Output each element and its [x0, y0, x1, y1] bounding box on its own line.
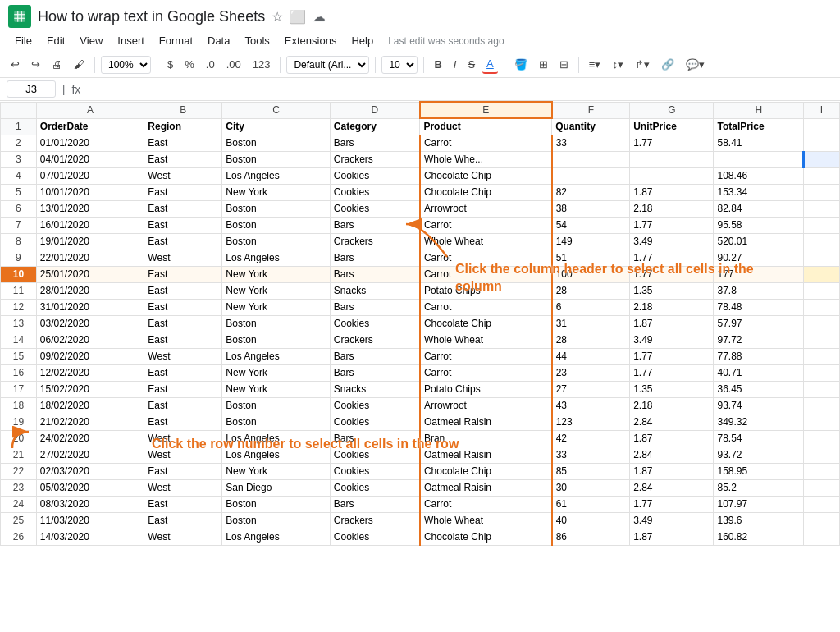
cell-r14-c1[interactable]: 06/02/2020 — [36, 332, 144, 348]
cell-r26-c5[interactable]: Chocolate Chip — [420, 529, 552, 545]
row-number-11[interactable]: 11 — [1, 282, 37, 299]
col-header-b[interactable]: B — [144, 102, 222, 118]
cell-r19-c7[interactable]: 2.84 — [630, 414, 714, 430]
cell-r10-c4[interactable]: Bars — [330, 266, 420, 282]
cell-r20-col-i[interactable] — [804, 430, 840, 447]
cell-r18-c2[interactable]: East — [144, 397, 222, 414]
row-number-2[interactable]: 2 — [1, 135, 37, 151]
cell-r23-c2[interactable]: West — [144, 479, 222, 496]
cell-r22-c6[interactable]: 85 — [552, 463, 630, 479]
cell-r3-c8[interactable] — [714, 151, 804, 167]
cell-r13-c7[interactable]: 1.87 — [630, 315, 714, 332]
cell-r7-col-i[interactable] — [804, 217, 840, 233]
cell-r25-c5[interactable]: Whole Wheat — [420, 512, 552, 529]
cell-r15-col-i[interactable] — [804, 348, 840, 364]
row-number-16[interactable]: 16 — [1, 364, 37, 381]
cell-r16-c6[interactable]: 23 — [552, 364, 630, 381]
cell-r13-c5[interactable]: Chocolate Chip — [420, 315, 552, 332]
cell-r25-c3[interactable]: Boston — [222, 512, 331, 529]
paint-format-button[interactable]: 🖌 — [70, 56, 89, 73]
cell-r24-c6[interactable]: 61 — [552, 496, 630, 512]
cell-r26-c7[interactable]: 1.87 — [630, 529, 714, 545]
cell-r23-col-i[interactable] — [804, 479, 840, 496]
cell-r2-c6[interactable]: 33 — [552, 135, 630, 151]
cell-r12-c4[interactable]: Bars — [330, 299, 420, 315]
cell-r9-c1[interactable]: 22/01/2020 — [36, 250, 144, 266]
row-number-9[interactable]: 9 — [1, 250, 37, 266]
cell-r6-c4[interactable]: Cookies — [330, 200, 420, 217]
row-number-17[interactable]: 17 — [1, 381, 37, 397]
cell-r25-col-i[interactable] — [804, 512, 840, 529]
cell-r24-c2[interactable]: East — [144, 496, 222, 512]
text-rotate-button[interactable]: ↱▾ — [631, 56, 654, 73]
fill-color-button[interactable]: 🪣 — [510, 56, 532, 73]
cell-r23-c7[interactable]: 2.84 — [630, 479, 714, 496]
cell-r12-c6[interactable]: 6 — [552, 299, 630, 315]
cell-r10-c3[interactable]: New York — [222, 266, 331, 282]
cell-r12-col-i[interactable] — [804, 299, 840, 315]
menu-view[interactable]: View — [73, 31, 109, 50]
row-number-12[interactable]: 12 — [1, 299, 37, 315]
percent-button[interactable]: % — [180, 56, 199, 73]
cell-r16-c4[interactable]: Bars — [330, 364, 420, 381]
menu-file[interactable]: File — [8, 31, 39, 50]
cell-r16-c2[interactable]: East — [144, 364, 222, 381]
cell-r19-c6[interactable]: 123 — [552, 414, 630, 430]
cell-r4-c7[interactable] — [630, 167, 714, 184]
cell-r4-c2[interactable]: West — [144, 167, 222, 184]
cell-r22-c3[interactable]: New York — [222, 463, 331, 479]
cell-r17-c6[interactable]: 27 — [552, 381, 630, 397]
row-number-4[interactable]: 4 — [1, 167, 37, 184]
cell-r25-c8[interactable]: 139.6 — [714, 512, 804, 529]
col-header-h[interactable]: H — [714, 102, 804, 118]
cell-r23-c5[interactable]: Oatmeal Raisin — [420, 479, 552, 496]
cell-r18-c6[interactable]: 43 — [552, 397, 630, 414]
cell-r17-c8[interactable]: 36.45 — [714, 381, 804, 397]
cell-r4-c1[interactable]: 07/01/2020 — [36, 167, 144, 184]
cell-r17-c4[interactable]: Snacks — [330, 381, 420, 397]
cell-r13-c3[interactable]: Boston — [222, 315, 331, 332]
cell-r5-c8[interactable]: 153.34 — [714, 184, 804, 200]
cell-r5-c5[interactable]: Chocolate Chip — [420, 184, 552, 200]
cell-r13-c2[interactable]: East — [144, 315, 222, 332]
cell-r13-c6[interactable]: 31 — [552, 315, 630, 332]
cell-r18-c7[interactable]: 2.18 — [630, 397, 714, 414]
cell-r2-c3[interactable]: Boston — [222, 135, 331, 151]
comment-button[interactable]: 💬▾ — [682, 56, 709, 73]
menu-help[interactable]: Help — [345, 31, 380, 50]
redo-button[interactable]: ↪ — [27, 56, 44, 73]
cell-r21-c8[interactable]: 93.72 — [714, 447, 804, 463]
row-number-8[interactable]: 8 — [1, 233, 37, 250]
cell-r7-c1[interactable]: 16/01/2020 — [36, 217, 144, 233]
row-number-3[interactable]: 3 — [1, 151, 37, 167]
cell-r8-c7[interactable]: 3.49 — [630, 233, 714, 250]
cell-r24-c7[interactable]: 1.77 — [630, 496, 714, 512]
cell-r5-c2[interactable]: East — [144, 184, 222, 200]
cell-r18-c8[interactable]: 93.74 — [714, 397, 804, 414]
cell-r14-c4[interactable]: Crackers — [330, 332, 420, 348]
zoom-select[interactable]: 100% — [101, 56, 151, 74]
cell-r3-c6[interactable] — [552, 151, 630, 167]
cell-r8-c2[interactable]: East — [144, 233, 222, 250]
cell-r14-c2[interactable]: East — [144, 332, 222, 348]
cell-r17-c2[interactable]: East — [144, 381, 222, 397]
cell-r24-c1[interactable]: 08/03/2020 — [36, 496, 144, 512]
cell-r20-c7[interactable]: 1.87 — [630, 430, 714, 447]
cell-r21-c7[interactable]: 2.84 — [630, 447, 714, 463]
cell-r19-c4[interactable]: Cookies — [330, 414, 420, 430]
cell-r12-c7[interactable]: 2.18 — [630, 299, 714, 315]
row-number-5[interactable]: 5 — [1, 184, 37, 200]
undo-button[interactable]: ↩ — [7, 56, 24, 73]
cell-r3-col-i[interactable] — [804, 151, 840, 167]
cell-r7-c2[interactable]: East — [144, 217, 222, 233]
font-size-select[interactable]: 10 — [381, 56, 418, 74]
cloud-icon[interactable]: ☁ — [313, 9, 326, 25]
cell-r23-c8[interactable]: 85.2 — [714, 479, 804, 496]
cell-r14-c3[interactable]: Boston — [222, 332, 331, 348]
cell-r14-col-i[interactable] — [804, 332, 840, 348]
bold-button[interactable]: B — [430, 56, 445, 73]
cell-r24-c8[interactable]: 107.97 — [714, 496, 804, 512]
cell-r25-c2[interactable]: East — [144, 512, 222, 529]
cell-r6-c7[interactable]: 2.18 — [630, 200, 714, 217]
menu-tools[interactable]: Tools — [238, 31, 276, 50]
